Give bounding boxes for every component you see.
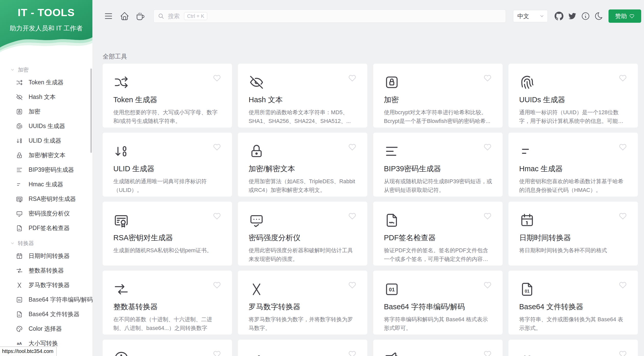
heart-icon xyxy=(483,143,492,152)
sort-descending-icon xyxy=(113,143,129,159)
sidebar-item[interactable]: BIP39密码生成器 xyxy=(0,163,92,177)
favorite-button[interactable] xyxy=(213,74,221,83)
heart-icon xyxy=(618,212,627,221)
tool-card[interactable]: 加密/解密文本使用加密算法（如AES、TripleDES、Rabbit或RC4）… xyxy=(238,133,367,197)
favorite-button[interactable] xyxy=(618,281,627,290)
tool-card[interactable] xyxy=(103,340,232,356)
tool-card[interactable]: Hash 文本使用所需的函数哈希文本字符串：MD5、SHA1、SHA256、SH… xyxy=(238,64,367,128)
sidebar-item[interactable]: Color 选择器 xyxy=(0,321,92,336)
favorite-button[interactable] xyxy=(483,74,492,83)
tool-card-description: 将字符串、文件或图像转换为其 Base64 表示形式。 xyxy=(519,315,628,333)
favorite-button[interactable] xyxy=(213,143,221,152)
tool-card[interactable]: 密码强度分析仪使用此密码强度分析器和破解时间估计工具来发现密码的强度。 xyxy=(238,202,367,266)
sidebar-item[interactable]: 加密/解密文本 xyxy=(0,148,92,163)
heart-icon xyxy=(348,143,357,152)
favorite-button[interactable] xyxy=(348,350,357,356)
sidebar-item[interactable]: ULID 生成器 xyxy=(0,133,92,148)
letter-x-icon xyxy=(16,282,23,289)
sidebar-item[interactable]: 加密 xyxy=(0,104,92,119)
sidebar-item[interactable]: 01Base64 文件转换器 xyxy=(0,307,92,321)
app-subtitle: 助力开发人员和 IT 工作者 xyxy=(0,24,92,32)
tool-card-description: 将日期和时间转换为各种不同的格式 xyxy=(519,246,628,255)
tool-card[interactable]: UUIDs 生成器通用唯一标识符（UUID）是一个128位数字，用于标识计算机系… xyxy=(508,64,638,128)
favorite-button[interactable] xyxy=(618,143,627,152)
tool-card[interactable]: 日期时间转换器将日期和时间转换为各种不同的格式 xyxy=(508,202,638,266)
sidebar-item[interactable]: Hmac 生成器 xyxy=(0,177,92,192)
sidebar-section-label: 加密 xyxy=(18,66,29,73)
tool-card-description: 使用bcrypt对文本字符串进行哈希和比较。Bcrypt是一个基于Blowfis… xyxy=(384,108,492,126)
binary-square-icon: 01 xyxy=(384,281,400,297)
favorite-button[interactable] xyxy=(483,350,492,356)
sidebar-item[interactable]: 密码强度分析仪 xyxy=(0,206,92,221)
sidebar-item[interactable]: Hash 文本 xyxy=(0,90,92,104)
sidebar-section-toggle[interactable]: 加密 xyxy=(0,64,92,75)
tool-card[interactable]: 10 xyxy=(508,340,638,356)
sort-descending-icon xyxy=(16,137,23,144)
tool-card[interactable]: RSA密钥对生成器生成新的随机RSA私钥和公钥pem证书。 xyxy=(103,202,232,266)
svg-text:01: 01 xyxy=(525,289,530,294)
pdf-signature-icon xyxy=(16,225,23,232)
tool-card-title: Token 生成器 xyxy=(113,95,222,105)
tool-card-title: UUIDs 生成器 xyxy=(519,95,628,105)
favorite-button[interactable] xyxy=(618,212,627,221)
tool-card[interactable]: Token 生成器使用您想要的字符、大写或小写字母、数字和/或符号生成随机字符串… xyxy=(103,64,232,128)
tool-card-icon-wrap xyxy=(113,350,222,356)
password-icon xyxy=(16,210,23,217)
sidebar-item-label: Token 生成器 xyxy=(29,78,64,86)
favorite-button[interactable] xyxy=(483,281,492,290)
tool-card-title: BIP39密码生成器 xyxy=(384,164,492,174)
sidebar-item[interactable]: UUIDs 生成器 xyxy=(0,119,92,133)
dashes-icon xyxy=(16,181,23,188)
chevron-down-icon xyxy=(10,241,15,246)
tool-card[interactable]: ULID 生成器生成随机的通用唯一词典可排序标识符（ULID）。 xyxy=(103,133,232,197)
align-lines-icon xyxy=(384,143,400,159)
sidebar-item-label: 加密 xyxy=(29,108,40,116)
pdf-signature-icon xyxy=(384,212,400,228)
sidebar-section-toggle[interactable]: 转换器 xyxy=(0,238,92,249)
favorite-button[interactable] xyxy=(348,74,357,83)
sidebar-item[interactable]: 罗马数字转换器 xyxy=(0,278,92,292)
sidebar-item-label: UUIDs 生成器 xyxy=(29,122,65,130)
sidebar-item[interactable]: RSA密钥对生成器 xyxy=(0,192,92,206)
tool-card[interactable]: Hmac 生成器使用密钥和您喜欢的哈希函数计算基于哈希的消息身份验证代码（HMA… xyxy=(508,133,638,197)
sidebar-item[interactable]: PDF签名检查器 xyxy=(0,221,92,235)
favorite-button[interactable] xyxy=(483,143,492,152)
favorite-button[interactable] xyxy=(348,212,357,221)
favorite-button[interactable] xyxy=(348,143,357,152)
heart-icon xyxy=(483,281,492,290)
sidebar-item[interactable]: Token 生成器 xyxy=(0,75,92,90)
tool-card[interactable]: 罗马数字转换器将罗马数字转换为数字，并将数字转换为罗马数字。 xyxy=(238,271,367,335)
favorite-button[interactable] xyxy=(213,281,221,290)
sidebar-item-label: ULID 生成器 xyxy=(29,137,61,145)
sidebar-header: IT - TOOLS 助力开发人员和 IT 工作者 xyxy=(0,0,92,53)
favorite-button[interactable] xyxy=(348,281,357,290)
lock-square-icon xyxy=(16,108,23,115)
link-preview-statusbar: https://tool.btc354.com xyxy=(0,347,57,356)
favorite-button[interactable] xyxy=(483,212,492,221)
sidebar-item-label: RSA密钥对生成器 xyxy=(29,195,76,203)
sidebar-item-label: BIP39密码生成器 xyxy=(29,166,74,174)
svg-text:01: 01 xyxy=(18,314,20,316)
tool-card-title: Hmac 生成器 xyxy=(519,164,628,174)
sidebar-item[interactable]: 日期时间转换器 xyxy=(0,249,92,263)
tool-card[interactable]: 整数基转换器在不同的基数（十进制、十六进制、二进制、八进制、base64...）… xyxy=(103,271,232,335)
favorite-button[interactable] xyxy=(618,74,627,83)
svg-text:aA: aA xyxy=(251,354,262,356)
tool-card[interactable]: 01Base64 文件转换器将字符串、文件或图像转换为其 Base64 表示形式… xyxy=(508,271,638,335)
sidebar-scrollbar-thumb[interactable] xyxy=(90,68,92,153)
tool-card-icon-wrap xyxy=(384,350,492,356)
sidebar-item[interactable]: 整数基转换器 xyxy=(0,263,92,278)
tool-card[interactable]: PDF签名检查器验证PDF文件的签名。签名的PDF文件包含一个或多个签名，可用于… xyxy=(373,202,503,266)
tool-card[interactable]: aA xyxy=(238,340,367,356)
favorite-button[interactable] xyxy=(618,350,627,356)
tool-card[interactable]: BIP39密码生成器从现有或随机助记符生成BIP39密码短语，或从密码短语获取助… xyxy=(373,133,503,197)
favorite-button[interactable] xyxy=(213,212,221,221)
dashes-icon xyxy=(519,143,535,159)
favorite-button[interactable] xyxy=(213,350,221,356)
tool-card[interactable]: 加密使用bcrypt对文本字符串进行哈希和比较。Bcrypt是一个基于Blowf… xyxy=(373,64,503,128)
tool-card-description: 生成新的随机RSA私钥和公钥pem证书。 xyxy=(113,246,222,255)
calendar-icon xyxy=(16,252,23,260)
sidebar-item[interactable]: 01Base64 字符串编码/解码 xyxy=(0,292,92,307)
tool-card[interactable]: 01Base64 字符串编码/解码将字符串编码和解码为其 Base64 格式表示… xyxy=(373,271,503,335)
tool-card[interactable] xyxy=(373,340,503,356)
